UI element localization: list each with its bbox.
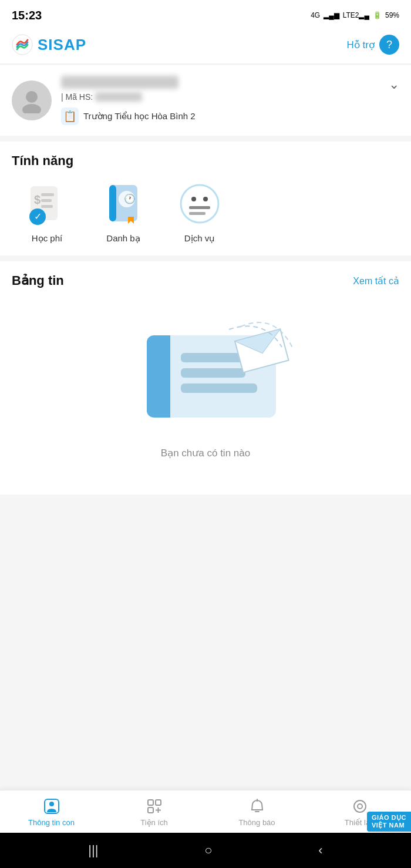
school-name: Trường Tiểu học Hòa Bình 2 (83, 111, 196, 122)
profile-info: | Mã HS: 📋 Trường Tiểu học Hòa Bình 2 (61, 76, 399, 125)
profile-code: | Mã HS: (61, 92, 399, 102)
svg-point-38 (358, 804, 362, 809)
tienich-label: Tiện ích (140, 818, 168, 827)
empty-message: Bạn chưa có tin nào (161, 447, 250, 459)
svg-rect-18 (189, 206, 210, 209)
svg-rect-5 (41, 193, 54, 196)
svg-rect-24 (181, 368, 245, 378)
avatar (12, 80, 52, 120)
signal-bars: ▂▄▆ (324, 11, 339, 19)
dichvu-icon-wrap (176, 180, 223, 227)
signal-lte2: LTE2▂▄ (343, 11, 369, 19)
nav-thongbao[interactable]: Thông báo (228, 798, 287, 827)
gesture-bar: ||| ○ ‹ GIÁO DỤCVIỆT NAM (0, 833, 411, 868)
svg-rect-30 (148, 800, 153, 805)
hocphi-label: Học phí (32, 233, 62, 244)
bangtin-header: Bảng tin Xem tất cả (12, 273, 399, 288)
svg-rect-25 (181, 383, 257, 393)
svg-rect-31 (156, 800, 161, 805)
support-label: Hỗ trợ (347, 39, 375, 51)
svg-rect-6 (41, 199, 52, 202)
profile-name-blurred (61, 76, 178, 89)
hocphi-icon-wrap: $ ✓ (23, 180, 70, 227)
features-row: $ ✓ Học phí (12, 180, 399, 244)
feature-hocphi[interactable]: $ ✓ Học phí (18, 180, 76, 244)
support-button[interactable]: Hỗ trợ ? (347, 35, 399, 55)
profile-school: 📋 Trường Tiểu học Hòa Bình 2 (61, 107, 399, 125)
recents-gesture-icon: ‹ (318, 843, 322, 858)
logo-area: SISAP (12, 34, 86, 55)
danhba-icon: 🕐 (102, 183, 144, 225)
features-section: Tính năng $ ✓ Học phí (0, 142, 411, 255)
empty-state: Bạn chưa có tin nào (12, 306, 399, 483)
svg-text:✓: ✓ (34, 211, 42, 221)
empty-illustration (112, 318, 299, 435)
thongtin-label: Thông tin con (28, 818, 75, 827)
danhba-label: Danh bạ (106, 233, 140, 244)
status-icons: 4G ▂▄▆ LTE2▂▄ 🔋 59% (311, 11, 399, 19)
status-time: 15:23 (12, 9, 42, 22)
battery-percent: 59% (385, 11, 399, 19)
thongbao-label: Thông báo (238, 818, 275, 827)
svg-text:$: $ (34, 193, 41, 206)
view-all-button[interactable]: Xem tất cả (353, 275, 399, 287)
svg-point-1 (26, 91, 38, 103)
empty-state-svg (112, 318, 299, 435)
profile-code-prefix: | Mã HS: (61, 92, 93, 102)
feature-danhba[interactable]: 🕐 Danh bạ (94, 180, 153, 244)
svg-point-16 (191, 197, 196, 201)
svg-point-29 (49, 802, 54, 806)
sisap-logo-icon (12, 34, 33, 55)
bottom-nav: Thông tin con Tiện ích Thông báo (0, 790, 411, 833)
svg-text:🕐: 🕐 (124, 193, 136, 204)
back-gesture-icon: ||| (88, 843, 98, 858)
svg-point-37 (354, 800, 366, 812)
thietlap-icon (351, 798, 369, 815)
watermark-text: GIÁO DỤCVIỆT NAM (372, 814, 406, 829)
danhba-icon-wrap: 🕐 (100, 180, 147, 227)
svg-rect-19 (189, 212, 206, 215)
logo-text: SISAP (38, 36, 86, 54)
school-icon: 📋 (61, 107, 79, 125)
battery-icon: 🔋 (373, 11, 382, 19)
thongbao-icon (248, 798, 266, 815)
nav-thongtin[interactable]: Thông tin con (22, 798, 81, 827)
svg-point-2 (22, 104, 41, 113)
status-bar: 15:23 4G ▂▄▆ LTE2▂▄ 🔋 59% (0, 0, 411, 28)
svg-rect-22 (161, 335, 170, 418)
profile-code-blurred (95, 92, 142, 102)
tienich-icon (146, 798, 163, 815)
features-title: Tính năng (12, 153, 399, 169)
svg-point-15 (181, 185, 218, 223)
profile-card: | Mã HS: 📋 Trường Tiểu học Hòa Bình 2 ⌄ (0, 65, 411, 136)
chevron-down-icon[interactable]: ⌄ (389, 77, 399, 92)
nav-tienich[interactable]: Tiện ích (125, 798, 184, 827)
watermark: GIÁO DỤCVIỆT NAM (367, 812, 411, 832)
bangtin-section: Bảng tin Xem tất cả (0, 261, 411, 494)
svg-rect-11 (109, 185, 116, 221)
dichvu-icon (178, 183, 221, 225)
bangtin-title: Bảng tin (12, 273, 64, 288)
dichvu-label: Dịch vụ (184, 233, 215, 244)
svg-point-17 (203, 197, 208, 201)
svg-rect-32 (148, 808, 153, 813)
svg-rect-7 (41, 205, 53, 208)
support-icon: ? (379, 35, 399, 55)
feature-dichvu[interactable]: Dịch vụ (170, 180, 229, 244)
home-gesture-icon: ○ (204, 843, 212, 858)
thongtin-icon (43, 798, 60, 815)
hocphi-icon: $ ✓ (26, 183, 68, 225)
signal-4g: 4G (311, 11, 320, 19)
svg-marker-14 (128, 217, 134, 224)
top-nav: SISAP Hỗ trợ ? (0, 28, 411, 64)
